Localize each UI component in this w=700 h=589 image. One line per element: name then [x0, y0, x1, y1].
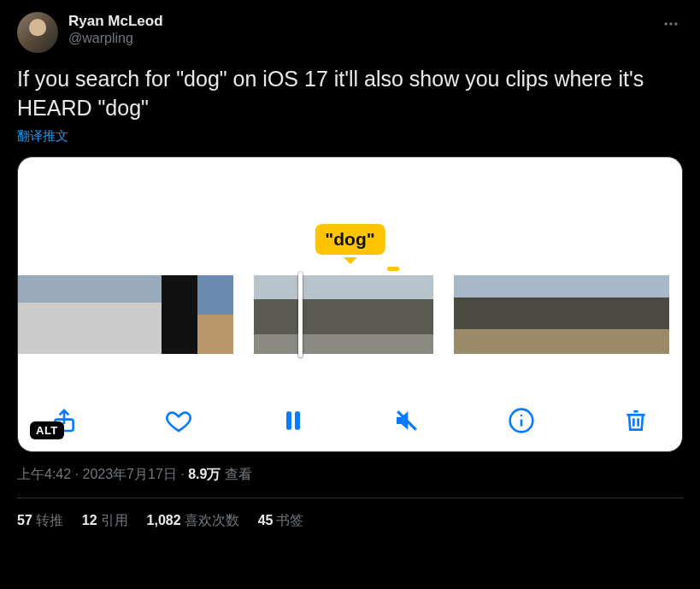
svg-point-1 [669, 22, 672, 25]
svg-point-2 [674, 22, 677, 25]
speaker-muted-icon [393, 407, 421, 434]
tweet-container: Ryan McLeod @warpling If you search for … [0, 0, 700, 530]
views-count[interactable]: 8.9万 [188, 467, 221, 481]
user-block: Ryan McLeod @warpling [68, 12, 163, 47]
tweet-text: If you search for "dog" on iOS 17 it'll … [17, 65, 683, 123]
likes-stat[interactable]: 1,082喜欢次数 [147, 512, 239, 530]
quotes-stat[interactable]: 12引用 [82, 512, 128, 530]
bookmarks-stat[interactable]: 45书签 [258, 512, 304, 530]
views-label: 查看 [221, 467, 251, 481]
video-timeline[interactable] [18, 275, 682, 354]
translate-link[interactable]: 翻译推文 [17, 128, 683, 144]
trash-icon [622, 407, 650, 434]
more-button[interactable] [659, 12, 683, 40]
more-icon [662, 15, 679, 32]
info-icon [508, 407, 535, 434]
pause-button[interactable] [278, 405, 309, 436]
tweet-meta: 上午4:42 · 2023年7月17日 · 8.9万 查看 [17, 466, 683, 484]
alt-badge[interactable]: ALT [30, 421, 64, 439]
clip-1[interactable] [18, 275, 233, 354]
meta-time[interactable]: 上午4:42 [17, 467, 71, 481]
svg-point-0 [665, 22, 668, 25]
pause-icon [279, 407, 307, 434]
media-toolbar [18, 405, 682, 436]
heart-icon [165, 407, 192, 434]
playhead[interactable] [298, 272, 303, 357]
search-bubble-pointer [344, 257, 357, 264]
info-button[interactable] [506, 405, 537, 436]
display-name[interactable]: Ryan McLeod [68, 12, 163, 30]
handle[interactable]: @warpling [68, 30, 163, 47]
search-bubble: "dog" [315, 224, 385, 255]
avatar[interactable] [17, 12, 58, 53]
meta-date[interactable]: 2023年7月17日 [82, 467, 176, 481]
tweet-header: Ryan McLeod @warpling [17, 12, 683, 53]
like-button[interactable] [163, 405, 194, 436]
timeline-marker [387, 267, 399, 271]
svg-rect-5 [295, 411, 300, 429]
clip-3[interactable] [454, 275, 669, 354]
clip-2[interactable] [254, 275, 433, 354]
retweets-stat[interactable]: 57转推 [17, 512, 63, 530]
stats-row: 57转推 12引用 1,082喜欢次数 45书签 [17, 498, 683, 530]
svg-point-9 [521, 414, 523, 416]
media-card[interactable]: "dog" [17, 156, 683, 452]
mute-button[interactable] [391, 405, 422, 436]
svg-rect-4 [286, 411, 291, 429]
delete-button[interactable] [621, 405, 651, 436]
